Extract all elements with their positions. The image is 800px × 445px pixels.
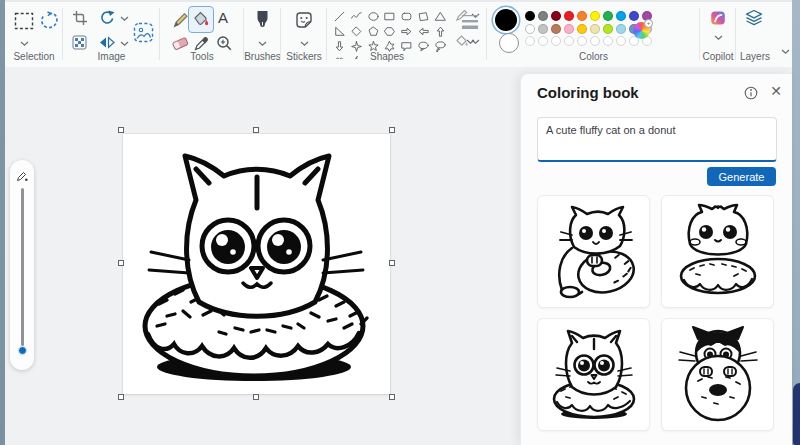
- selection-handle-se[interactable]: [389, 394, 395, 400]
- palette-empty-slot[interactable]: [551, 36, 561, 46]
- group-layers: Layers: [736, 2, 792, 66]
- close-icon[interactable]: ✕: [767, 82, 785, 100]
- palette-color[interactable]: [590, 24, 600, 34]
- shape-hexagon-icon[interactable]: [382, 24, 399, 39]
- palette-color[interactable]: [538, 11, 548, 21]
- size-slider: [10, 160, 34, 370]
- wallpaper-detail: [793, 383, 800, 445]
- resize-image-icon[interactable]: [133, 22, 154, 43]
- group-colors: + Colors: [487, 2, 700, 66]
- shape-arrow-up-icon[interactable]: [432, 24, 449, 39]
- pencil-tool-icon[interactable]: [172, 11, 189, 28]
- selection-handle-e[interactable]: [389, 260, 395, 266]
- palette-color[interactable]: [564, 24, 574, 34]
- shape-diamond-icon[interactable]: [348, 24, 365, 39]
- shape-rounded-rectangle-icon[interactable]: [398, 9, 415, 24]
- chevron-down-icon[interactable]: [257, 40, 267, 48]
- cat-on-donut-drawing: [123, 134, 390, 394]
- group-stroke-size: [454, 2, 487, 66]
- generate-button[interactable]: Generate: [707, 167, 776, 186]
- fill-tool-icon[interactable]: [192, 10, 209, 27]
- thumbnail-cat-hugging-donut[interactable]: [537, 195, 650, 308]
- magnifier-tool-icon[interactable]: [216, 35, 232, 51]
- palette-color[interactable]: [603, 24, 613, 34]
- shape-line-icon[interactable]: [331, 9, 348, 24]
- palette-color[interactable]: [577, 24, 587, 34]
- palette-empty-slot[interactable]: [564, 36, 574, 46]
- chevron-down-icon[interactable]: [713, 34, 723, 42]
- chevron-down-icon[interactable]: [119, 40, 129, 48]
- group-label: Layers: [730, 51, 780, 62]
- palette-color[interactable]: [551, 11, 561, 21]
- shape-right-triangle-icon[interactable]: [331, 24, 348, 39]
- palette-empty-slot[interactable]: [603, 36, 613, 46]
- shape-triangle-icon[interactable]: [432, 9, 449, 24]
- selection-handle-ne[interactable]: [389, 127, 395, 133]
- group-image: Image: [63, 2, 160, 66]
- chevron-down-icon[interactable]: [299, 40, 309, 48]
- group-label: Selection: [5, 51, 63, 62]
- palette-color[interactable]: [616, 24, 626, 34]
- slider-track[interactable]: [21, 188, 24, 346]
- stroke-size-icon[interactable]: [461, 13, 479, 29]
- palette-color[interactable]: [564, 11, 574, 21]
- edit-colors-icon[interactable]: +: [633, 22, 650, 39]
- rectangle-select-icon[interactable]: [14, 12, 34, 30]
- palette-color[interactable]: [590, 11, 600, 21]
- palette-color[interactable]: [616, 11, 626, 21]
- palette-empty-slot[interactable]: [577, 36, 587, 46]
- remove-background-icon[interactable]: [72, 35, 87, 50]
- selection-handle-w[interactable]: [118, 260, 124, 266]
- palette-color[interactable]: [603, 11, 613, 21]
- background-color-swatch[interactable]: [499, 33, 519, 53]
- shape-rectangle-icon[interactable]: [382, 9, 399, 24]
- crop-icon[interactable]: [72, 10, 88, 26]
- slider-thumb[interactable]: [18, 346, 27, 355]
- panel-title: Coloring book: [537, 84, 639, 101]
- thumbnail-fluffy-cat-on-donut[interactable]: [661, 195, 774, 308]
- shape-oval-icon[interactable]: [365, 9, 382, 24]
- sticker-icon[interactable]: [295, 11, 313, 29]
- palette-empty-slot[interactable]: [538, 36, 548, 46]
- text-tool-icon[interactable]: A: [218, 9, 228, 26]
- shape-curve-icon[interactable]: [348, 9, 365, 24]
- shape-arrow-left-icon[interactable]: [415, 24, 432, 39]
- foreground-color-swatch[interactable]: [495, 9, 517, 31]
- palette-empty-slot[interactable]: [525, 36, 535, 46]
- eraser-tool-icon[interactable]: [171, 35, 189, 51]
- info-icon[interactable]: [743, 85, 759, 101]
- rotate-icon[interactable]: [99, 10, 115, 26]
- copilot-icon[interactable]: [710, 10, 726, 26]
- palette-empty-slot[interactable]: [590, 36, 600, 46]
- group-stickers: Stickers: [281, 2, 327, 66]
- palette-color[interactable]: [525, 24, 535, 34]
- palette-color[interactable]: [577, 11, 587, 21]
- brush-icon[interactable]: [255, 10, 270, 29]
- flip-icon[interactable]: [99, 35, 115, 50]
- chevron-down-icon[interactable]: [465, 38, 475, 46]
- ribbon-toolbar: Selection Image: [5, 2, 792, 68]
- thumbnail-tuxedo-cat-behind-donut[interactable]: [661, 318, 774, 431]
- palette-color[interactable]: [525, 11, 535, 21]
- chevron-down-icon[interactable]: [119, 15, 129, 23]
- shape-quadrilateral-icon[interactable]: [415, 9, 432, 24]
- palette-color[interactable]: [551, 24, 561, 34]
- selection-handle-s[interactable]: [253, 394, 259, 400]
- shape-arrow-right-icon[interactable]: [398, 24, 415, 39]
- freeform-select-icon[interactable]: [39, 11, 59, 31]
- selection-handle-n[interactable]: [253, 127, 259, 133]
- color-picker-icon[interactable]: [193, 35, 209, 51]
- layers-icon[interactable]: [745, 9, 763, 27]
- selection-handle-sw[interactable]: [118, 394, 124, 400]
- group-tools: A Tools: [160, 2, 244, 66]
- chevron-down-icon[interactable]: [19, 40, 29, 48]
- canvas-image[interactable]: [123, 134, 390, 394]
- shape-pentagon-icon[interactable]: [365, 24, 382, 39]
- palette-empty-slot[interactable]: [616, 36, 626, 46]
- palette-color[interactable]: [629, 11, 639, 21]
- palette-color[interactable]: [538, 24, 548, 34]
- thumbnail-cat-inside-donut[interactable]: [537, 318, 650, 431]
- ribbon-collapse-chevron-icon[interactable]: [780, 48, 790, 56]
- selection-handle-nw[interactable]: [118, 127, 124, 133]
- prompt-input[interactable]: A cute fluffy cat on a donut: [537, 117, 777, 162]
